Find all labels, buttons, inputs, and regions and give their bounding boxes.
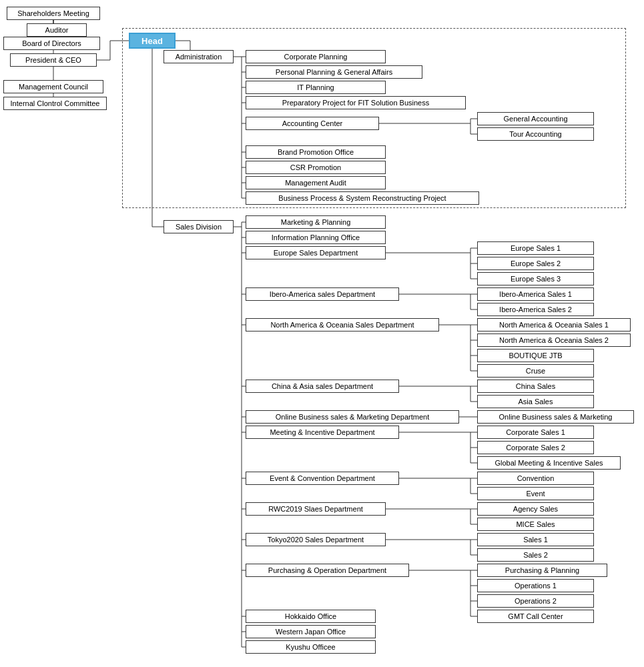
corp-sales1-node: Corporate Sales 1 (477, 426, 594, 439)
operations2-node: Operations 2 (477, 594, 594, 608)
kyushu-node: Kyushu Officee (246, 640, 376, 654)
online-dept-node: Online Business sales & Marketing Depart… (246, 410, 459, 424)
management-node: Management Council (3, 80, 103, 93)
board-node: Board of Directors (3, 37, 100, 50)
tour-accounting-node: Tour Accounting (477, 127, 594, 141)
marketing-node: Marketing & Planning (246, 215, 386, 229)
rwc-dept-node: RWC2019 Slaes Department (246, 502, 386, 516)
brand-promo-node: Brand Promotion Office (246, 145, 386, 159)
sales1-node: Sales 1 (477, 533, 594, 546)
europe-dept-node: Europe Sales Department (246, 246, 386, 259)
na-dept-node: North America & Oceania Sales Department (246, 318, 439, 331)
corp-planning-node: Corporate Planning (246, 50, 386, 63)
gmt-call-node: GMT Call Center (477, 610, 594, 623)
mice-sales-node: MICE Sales (477, 518, 594, 531)
agency-sales-node: Agency Sales (477, 502, 594, 516)
tokyo-dept-node: Tokyo2020 Sales Department (246, 533, 386, 546)
meeting-dept-node: Meeting & Incentive Department (246, 426, 399, 439)
administration-node: Administration (164, 50, 234, 63)
asia-sales-node: Asia Sales (477, 395, 594, 408)
info-planning-node: Information Planning Office (246, 231, 386, 244)
purchasing-dept-node: Purchasing & Operation Department (246, 564, 409, 577)
sales-division-node: Sales Division (164, 220, 234, 233)
convention-node: Convention (477, 472, 594, 485)
na1-node: North America & Oceania Sales 1 (477, 318, 631, 331)
event-node: Event (477, 487, 594, 500)
ibero1-node: Ibero-America Sales 1 (477, 287, 594, 301)
china-sales-node: China Sales (477, 380, 594, 393)
internal-node: Internal Clontrol Committee (3, 97, 107, 110)
europe1-node: Europe Sales 1 (477, 241, 594, 255)
hokkaido-node: Hokkaido Office (246, 610, 376, 623)
na2-node: North America & Oceania Sales 2 (477, 334, 631, 347)
event-dept-node: Event & Convention Department (246, 472, 399, 485)
biz-process-node: Business Process & System Reconstructing… (246, 191, 479, 205)
president-node: President & CEO (10, 53, 97, 67)
europe2-node: Europe Sales 2 (477, 257, 594, 270)
global-meeting-node: Global Meeting & Incentive Sales (477, 456, 621, 470)
purchasing-planning-node: Purchasing & Planning (477, 564, 607, 577)
corp-sales2-node: Corporate Sales 2 (477, 441, 594, 454)
accounting-center-node: Accounting Center (246, 117, 379, 130)
it-planning-node: IT Planning (246, 81, 386, 94)
cruse-node: Cruse (477, 364, 594, 378)
auditor-node: Auditor (27, 23, 87, 37)
operations1-node: Operations 1 (477, 579, 594, 592)
mgmt-audit-node: Management Audit (246, 176, 386, 189)
europe3-node: Europe Sales 3 (477, 272, 594, 285)
ibero2-node: Ibero-America Sales 2 (477, 303, 594, 316)
boutique-node: BOUTIQUE JTB (477, 349, 594, 362)
shareholders-node: Shareholders Meeting (7, 7, 100, 20)
online-sales-node: Online Business sales & Marketing (477, 410, 634, 424)
sales2-node: Sales 2 (477, 548, 594, 562)
ibero-dept-node: Ibero-America sales Department (246, 287, 399, 301)
general-accounting-node: General Accounting (477, 112, 594, 125)
china-dept-node: China & Asia sales Department (246, 380, 399, 393)
csr-node: CSR Promotion (246, 161, 386, 174)
prep-project-node: Preparatory Project for FIT Solution Bus… (246, 96, 466, 109)
western-node: Western Japan Office (246, 625, 376, 638)
personal-planning-node: Personal Planning & General Affairs (246, 65, 422, 79)
